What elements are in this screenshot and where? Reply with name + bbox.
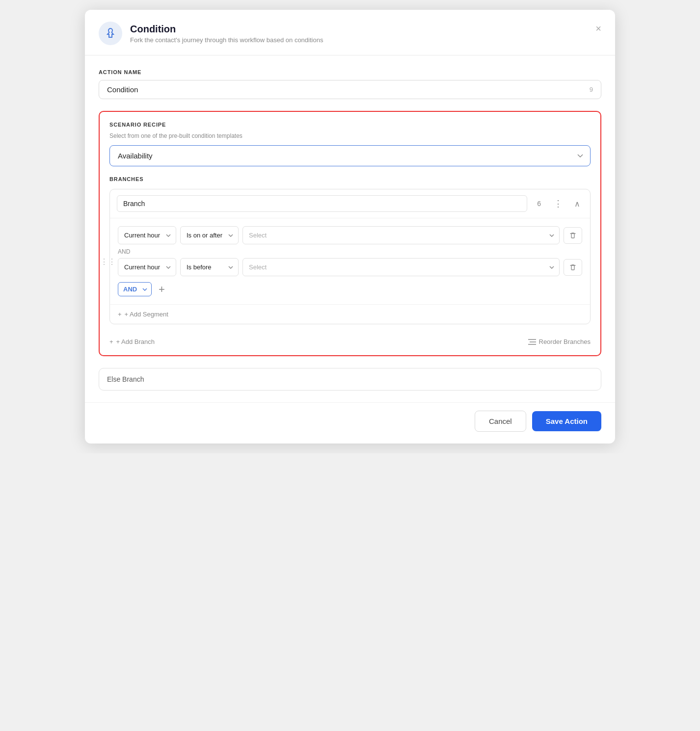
action-name-row: 9 (99, 80, 601, 99)
condition-field-2[interactable]: Current hour Current day Current date (118, 258, 176, 276)
modal-icon (99, 22, 122, 45)
condition-modal: Condition Fork the contact's journey thr… (85, 10, 615, 444)
cancel-button[interactable]: Cancel (475, 411, 526, 432)
scenario-section: SCENARIO RECIPE Select from one of the p… (99, 111, 601, 356)
branch-number: 6 (533, 200, 545, 208)
modal-body: ACTION NAME 9 SCENARIO RECIPE Select fro… (85, 55, 615, 402)
modal-title-block: Condition Fork the contact's journey thr… (130, 24, 323, 44)
trash-icon (569, 263, 577, 271)
reorder-label: Reorder Branches (539, 338, 591, 345)
modal-title: Condition (130, 24, 323, 35)
branch-actions: + + Add Branch Reorder Branches (109, 332, 591, 347)
action-name-input[interactable] (107, 85, 590, 94)
scenario-recipe-label: SCENARIO RECIPE (109, 122, 591, 128)
action-name-label: ACTION NAME (99, 69, 601, 75)
branch-menu-button[interactable]: ⋮ (551, 196, 565, 211)
scenario-select[interactable]: Availability Time Based Contact Property… (109, 145, 591, 166)
modal-header: Condition Fork the contact's journey thr… (85, 10, 615, 55)
and-operator-select[interactable]: AND OR (118, 282, 152, 296)
branch-name-input[interactable] (117, 195, 527, 212)
add-branch-icon: + (109, 338, 113, 345)
drag-handle[interactable]: ⋮⋮ (100, 257, 116, 266)
condition-value-1[interactable]: Select (242, 226, 560, 244)
condition-icon (105, 27, 116, 39)
action-name-count: 9 (590, 86, 593, 93)
branch-header: 6 ⋮ ∧ (110, 189, 590, 218)
delete-condition-2-button[interactable] (564, 259, 582, 276)
add-branch-label: + Add Branch (116, 338, 155, 345)
add-branch-button[interactable]: + + Add Branch (109, 336, 155, 347)
modal-footer: Cancel Save Action (85, 402, 615, 444)
reorder-branches-button[interactable]: Reorder Branches (528, 336, 591, 347)
condition-value-2[interactable]: Select (242, 258, 560, 276)
add-condition-button[interactable]: + (156, 283, 168, 296)
save-action-button[interactable]: Save Action (532, 411, 601, 431)
branch-card: 6 ⋮ ∧ ⋮⋮ Current hour Current day Curren… (109, 189, 591, 324)
reorder-icon (528, 339, 536, 345)
scenario-description: Select from one of the pre-built conditi… (109, 132, 591, 139)
branch-collapse-button[interactable]: ∧ (571, 197, 583, 210)
condition-row-2: Current hour Current day Current date Is… (118, 258, 582, 276)
trash-icon (569, 232, 577, 239)
condition-field-1[interactable]: Current hour Current day Current date (118, 226, 176, 244)
else-branch-label: Else Branch (107, 375, 144, 383)
condition-operator-2[interactable]: Is before Is on or after Is equal to (180, 258, 239, 276)
branches-label: BRANCHES (109, 176, 591, 182)
else-branch-card: Else Branch (99, 368, 601, 391)
condition-operator-1[interactable]: Is on or after Is before Is equal to (180, 226, 239, 244)
add-segment-label: + Add Segment (125, 311, 168, 318)
modal-subtitle: Fork the contact's journey through this … (130, 36, 323, 44)
add-segment-button[interactable]: + + Add Segment (110, 304, 590, 324)
add-segment-icon: + (118, 311, 122, 318)
and-connector-label: AND (118, 248, 582, 255)
and-operator-row: AND OR + (118, 282, 582, 296)
delete-condition-1-button[interactable] (564, 227, 582, 244)
condition-row-1: Current hour Current day Current date Is… (118, 226, 582, 244)
close-button[interactable]: × (593, 22, 603, 35)
branch-conditions: ⋮⋮ Current hour Current day Current date… (110, 218, 590, 304)
